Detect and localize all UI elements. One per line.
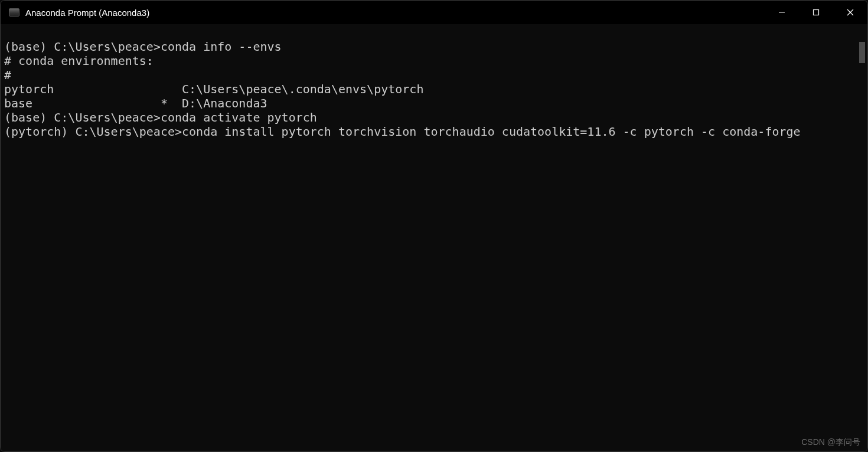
terminal-window: Anaconda Prompt (Anaconda3) (base) <box>0 0 868 452</box>
watermark: CSDN @李问号 <box>801 437 860 448</box>
terminal-area[interactable]: (base) C:\Users\peace>conda info --envs#… <box>1 24 867 451</box>
titlebar[interactable]: Anaconda Prompt (Anaconda3) <box>1 1 867 24</box>
maximize-button[interactable] <box>799 1 833 24</box>
scrollbar-track[interactable] <box>858 25 866 450</box>
close-icon <box>847 9 854 16</box>
minimize-icon <box>778 9 785 16</box>
terminal-line: (base) C:\Users\peace>conda activate pyt… <box>4 110 864 125</box>
minimize-button[interactable] <box>765 1 799 24</box>
terminal-line: base * D:\Anaconda3 <box>4 96 864 110</box>
maximize-icon <box>812 9 820 16</box>
terminal-line: (pytorch) C:\Users\peace>conda install p… <box>4 125 864 139</box>
svg-rect-1 <box>814 10 819 15</box>
terminal-line: # conda environments: <box>4 54 864 68</box>
window-controls <box>765 1 867 24</box>
close-button[interactable] <box>833 1 867 24</box>
terminal-line: (base) C:\Users\peace>conda info --envs <box>4 40 864 54</box>
terminal-line: pytorch C:\Users\peace\.conda\envs\pytor… <box>4 82 864 96</box>
terminal-icon <box>9 8 19 17</box>
titlebar-left: Anaconda Prompt (Anaconda3) <box>9 8 149 18</box>
terminal-line: # <box>4 68 864 82</box>
scrollbar-thumb[interactable] <box>859 42 865 63</box>
window-title: Anaconda Prompt (Anaconda3) <box>25 8 149 18</box>
terminal-output: (base) C:\Users\peace>conda info --envs#… <box>1 24 867 142</box>
